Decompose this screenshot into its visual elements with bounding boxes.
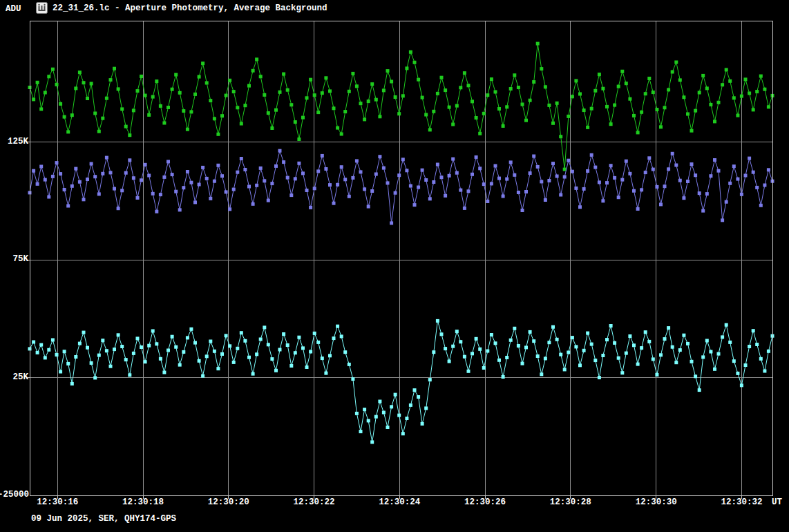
y-tick-label-neg25000: -25000: [0, 490, 28, 500]
x-tick-label: 12:30:16: [30, 497, 85, 507]
x-tick-label: 12:30:24: [372, 497, 427, 507]
x-tick-label: 12:30:18: [115, 497, 171, 507]
y-tick-label-125k: 125K: [0, 137, 28, 146]
y-tick-label-75k: 75K: [0, 254, 28, 264]
x-tick-label: 12:30:30: [629, 497, 684, 507]
light-curve-window: ADU 22_31_26.lc - Aperture Photometry, A…: [0, 0, 789, 532]
x-tick-label: 12:30:28: [543, 497, 598, 507]
x-tick-label: 12:30:26: [457, 497, 513, 507]
light-curve-plot-area[interactable]: [0, 0, 789, 532]
x-tick-label: 12:30:20: [201, 497, 256, 507]
y-tick-label-25k: 25K: [0, 372, 28, 382]
x-tick-label: 12:30:22: [287, 497, 342, 507]
x-axis-unit-label: UT: [759, 497, 782, 507]
recording-info-label: 09 Jun 2025, SER, QHY174-GPS: [31, 514, 176, 524]
data-series: [28, 42, 774, 444]
